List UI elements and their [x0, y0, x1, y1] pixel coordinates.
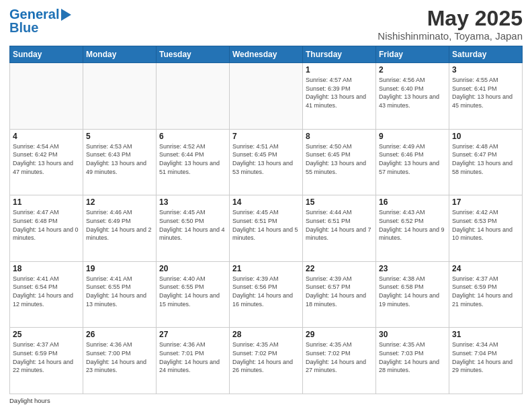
day-info: Sunrise: 4:57 AMSunset: 6:39 PMDaylight:… [306, 76, 373, 109]
col-friday: Friday [376, 46, 449, 63]
calendar-week-3: 11Sunrise: 4:47 AMSunset: 6:48 PMDayligh… [10, 195, 523, 262]
day-number: 20 [159, 264, 226, 273]
day-info: Sunrise: 4:39 AMSunset: 6:57 PMDaylight:… [306, 275, 373, 308]
day-number: 14 [232, 197, 300, 207]
day-info: Sunrise: 4:35 AMSunset: 7:02 PMDaylight:… [306, 340, 373, 374]
day-number: 5 [86, 132, 153, 141]
logo-blue-text: Blue [9, 20, 38, 35]
calendar-cell: 6Sunrise: 4:52 AMSunset: 6:44 PMDaylight… [157, 129, 230, 195]
calendar-subtitle: Nishishinminato, Toyama, Japan [378, 30, 523, 42]
day-number: 12 [86, 197, 153, 207]
day-info: Sunrise: 4:34 AMSunset: 7:04 PMDaylight:… [452, 340, 519, 374]
col-tuesday: Tuesday [157, 46, 230, 63]
calendar-body: 1Sunrise: 4:57 AMSunset: 6:39 PMDaylight… [10, 63, 523, 394]
day-info: Sunrise: 4:36 AMSunset: 7:01 PMDaylight:… [159, 340, 226, 374]
day-number: 9 [379, 132, 446, 141]
calendar-cell: 12Sunrise: 4:46 AMSunset: 6:49 PMDayligh… [83, 195, 157, 262]
logo-text: General [9, 7, 59, 21]
footer-note: Daylight hours [9, 397, 523, 404]
calendar-cell: 31Sunrise: 4:34 AMSunset: 7:04 PMDayligh… [449, 328, 523, 394]
calendar-cell: 26Sunrise: 4:36 AMSunset: 7:00 PMDayligh… [83, 328, 157, 394]
calendar-cell: 13Sunrise: 4:45 AMSunset: 6:50 PMDayligh… [157, 195, 230, 262]
calendar-cell: 29Sunrise: 4:35 AMSunset: 7:02 PMDayligh… [303, 328, 376, 394]
day-number: 25 [13, 330, 80, 339]
calendar-cell: 1Sunrise: 4:57 AMSunset: 6:39 PMDaylight… [303, 63, 376, 130]
day-info: Sunrise: 4:48 AMSunset: 6:47 PMDaylight:… [452, 142, 519, 176]
day-info: Sunrise: 4:43 AMSunset: 6:52 PMDaylight:… [379, 208, 446, 242]
col-saturday: Saturday [449, 46, 523, 63]
calendar-week-4: 18Sunrise: 4:41 AMSunset: 6:54 PMDayligh… [10, 261, 523, 328]
day-number: 30 [379, 330, 446, 339]
day-number: 31 [452, 330, 519, 339]
col-sunday: Sunday [10, 46, 83, 63]
calendar-cell: 15Sunrise: 4:44 AMSunset: 6:51 PMDayligh… [303, 195, 376, 262]
calendar-table: Sunday Monday Tuesday Wednesday Thursday… [9, 46, 523, 394]
calendar-week-5: 25Sunrise: 4:37 AMSunset: 6:59 PMDayligh… [10, 328, 523, 394]
calendar-header: Sunday Monday Tuesday Wednesday Thursday… [10, 46, 523, 63]
calendar-cell [83, 63, 157, 130]
calendar-cell: 20Sunrise: 4:40 AMSunset: 6:55 PMDayligh… [157, 261, 230, 328]
day-number: 18 [13, 264, 80, 273]
col-thursday: Thursday [303, 46, 376, 63]
calendar-cell: 5Sunrise: 4:53 AMSunset: 6:43 PMDaylight… [83, 129, 157, 195]
calendar-week-1: 1Sunrise: 4:57 AMSunset: 6:39 PMDaylight… [10, 63, 523, 130]
calendar-cell: 17Sunrise: 4:42 AMSunset: 6:53 PMDayligh… [449, 195, 523, 262]
day-info: Sunrise: 4:40 AMSunset: 6:55 PMDaylight:… [159, 275, 226, 308]
calendar-cell: 18Sunrise: 4:41 AMSunset: 6:54 PMDayligh… [10, 261, 83, 328]
calendar-cell: 25Sunrise: 4:37 AMSunset: 6:59 PMDayligh… [10, 328, 83, 394]
day-info: Sunrise: 4:51 AMSunset: 6:45 PMDaylight:… [232, 142, 300, 176]
title-block: May 2025 Nishishinminato, Toyama, Japan [378, 7, 523, 42]
day-info: Sunrise: 4:35 AMSunset: 7:02 PMDaylight:… [232, 340, 300, 374]
day-number: 23 [379, 264, 446, 273]
col-wednesday: Wednesday [230, 46, 303, 63]
col-monday: Monday [83, 46, 157, 63]
day-number: 28 [232, 330, 300, 339]
calendar-cell [157, 63, 230, 130]
page: General Blue May 2025 Nishishinminato, T… [0, 0, 532, 411]
day-info: Sunrise: 4:37 AMSunset: 6:59 PMDaylight:… [13, 340, 80, 374]
day-info: Sunrise: 4:42 AMSunset: 6:53 PMDaylight:… [452, 208, 519, 242]
day-number: 8 [306, 132, 373, 141]
calendar-cell: 27Sunrise: 4:36 AMSunset: 7:01 PMDayligh… [157, 328, 230, 394]
day-number: 21 [232, 264, 300, 273]
day-number: 16 [379, 197, 446, 207]
calendar-cell [10, 63, 83, 130]
day-info: Sunrise: 4:52 AMSunset: 6:44 PMDaylight:… [159, 142, 226, 176]
day-info: Sunrise: 4:49 AMSunset: 6:46 PMDaylight:… [379, 142, 446, 176]
header: General Blue May 2025 Nishishinminato, T… [9, 7, 523, 42]
day-info: Sunrise: 4:37 AMSunset: 6:59 PMDaylight:… [452, 275, 519, 308]
day-info: Sunrise: 4:55 AMSunset: 6:41 PMDaylight:… [452, 76, 519, 109]
day-info: Sunrise: 4:45 AMSunset: 6:51 PMDaylight:… [232, 208, 300, 242]
calendar-cell: 23Sunrise: 4:38 AMSunset: 6:58 PMDayligh… [376, 261, 449, 328]
calendar-cell: 30Sunrise: 4:35 AMSunset: 7:03 PMDayligh… [376, 328, 449, 394]
day-info: Sunrise: 4:44 AMSunset: 6:51 PMDaylight:… [306, 208, 373, 242]
day-number: 15 [306, 197, 373, 207]
day-info: Sunrise: 4:46 AMSunset: 6:49 PMDaylight:… [86, 208, 153, 242]
calendar-cell: 9Sunrise: 4:49 AMSunset: 6:46 PMDaylight… [376, 129, 449, 195]
day-info: Sunrise: 4:56 AMSunset: 6:40 PMDaylight:… [379, 76, 446, 109]
calendar-cell: 3Sunrise: 4:55 AMSunset: 6:41 PMDaylight… [449, 63, 523, 130]
calendar-cell: 16Sunrise: 4:43 AMSunset: 6:52 PMDayligh… [376, 195, 449, 262]
logo-arrow-icon [61, 9, 71, 21]
day-info: Sunrise: 4:47 AMSunset: 6:48 PMDaylight:… [13, 208, 80, 242]
day-number: 11 [13, 197, 80, 207]
calendar-cell: 7Sunrise: 4:51 AMSunset: 6:45 PMDaylight… [230, 129, 303, 195]
calendar-title: May 2025 [378, 7, 523, 30]
day-number: 22 [306, 264, 373, 273]
day-number: 10 [452, 132, 519, 141]
calendar-cell: 11Sunrise: 4:47 AMSunset: 6:48 PMDayligh… [10, 195, 83, 262]
day-number: 19 [86, 264, 153, 273]
day-number: 4 [13, 132, 80, 141]
day-info: Sunrise: 4:39 AMSunset: 6:56 PMDaylight:… [232, 275, 300, 308]
logo: General Blue [9, 7, 71, 35]
calendar-cell: 21Sunrise: 4:39 AMSunset: 6:56 PMDayligh… [230, 261, 303, 328]
day-number: 29 [306, 330, 373, 339]
day-number: 27 [159, 330, 226, 339]
day-number: 26 [86, 330, 153, 339]
day-number: 7 [232, 132, 300, 141]
day-number: 24 [452, 264, 519, 273]
day-info: Sunrise: 4:38 AMSunset: 6:58 PMDaylight:… [379, 275, 446, 308]
day-number: 2 [379, 65, 446, 75]
day-info: Sunrise: 4:35 AMSunset: 7:03 PMDaylight:… [379, 340, 446, 374]
calendar-week-2: 4Sunrise: 4:54 AMSunset: 6:42 PMDaylight… [10, 129, 523, 195]
